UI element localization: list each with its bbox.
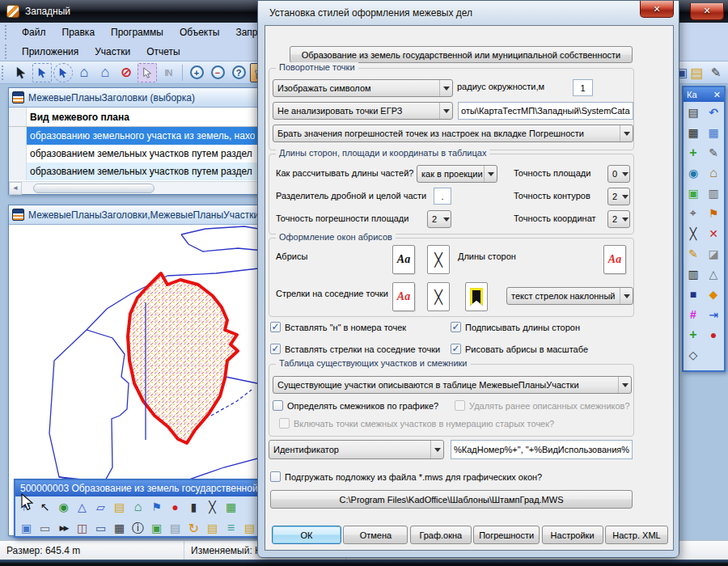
picture-icon[interactable]: ▣ bbox=[147, 519, 166, 537]
folder-copy-icon[interactable]: ▤ bbox=[203, 519, 222, 537]
settings-button[interactable]: Настройки bbox=[542, 526, 603, 544]
pen-icon[interactable]: ✎ bbox=[704, 142, 723, 163]
copy-icon[interactable]: ▤ bbox=[166, 519, 184, 537]
arrow-text-combo[interactable]: текст стрелок наклонный bbox=[506, 287, 633, 305]
undo-icon[interactable]: ↶ bbox=[704, 102, 723, 122]
house-icon[interactable]: ⌂ bbox=[95, 63, 115, 82]
arrows-font-button[interactable]: Aa bbox=[392, 282, 415, 311]
radius-input[interactable] bbox=[573, 79, 593, 96]
railway-cross-icon[interactable]: ╳ bbox=[684, 223, 703, 243]
region-red-icon[interactable]: ● bbox=[704, 324, 723, 344]
shield-icon[interactable]: ◆ bbox=[704, 284, 723, 304]
area-error-combo[interactable]: 2 bbox=[427, 210, 451, 228]
scrollbar-thumb[interactable] bbox=[33, 184, 154, 193]
main-close-button[interactable]: ✕ bbox=[690, 3, 724, 20]
table-dark-icon[interactable]: ▦ bbox=[684, 122, 703, 142]
flag-icon[interactable]: ⚑ bbox=[704, 203, 723, 223]
select-green-icon[interactable]: ▣ bbox=[684, 183, 703, 203]
insert-arrows-checkbox[interactable]: ✓ Вставлять стрелки на соседние точки bbox=[270, 344, 440, 354]
errors-button[interactable]: Погрешности bbox=[473, 526, 540, 544]
horizontal-scrollbar[interactable]: ◄ ► bbox=[9, 181, 273, 194]
delete-red-icon[interactable]: ✕ bbox=[704, 223, 723, 243]
area-precision-combo[interactable]: 0 bbox=[607, 165, 630, 183]
lengths-font-button[interactable]: Aa bbox=[603, 245, 626, 274]
table-row[interactable]: образованием земельных участков путем ра… bbox=[9, 163, 273, 180]
map-panel-titlebar[interactable]: МежевыеПланыЗаголовки,МежевыеПланыУчастк… bbox=[9, 205, 273, 225]
catalog-input[interactable] bbox=[458, 102, 633, 120]
menu-file[interactable]: Файл bbox=[14, 24, 54, 40]
menu-objects[interactable]: Объекты bbox=[171, 24, 228, 40]
menu-reports[interactable]: Отчеты bbox=[138, 44, 188, 60]
existing-table-combo[interactable]: Существующие участки описываются в табли… bbox=[273, 376, 632, 394]
identifier-combo[interactable]: Идентификатор bbox=[269, 440, 444, 459]
sign-lengths-checkbox[interactable]: ✓ Подписывать длины сторон bbox=[451, 322, 580, 332]
abris-line-button[interactable]: ╳ bbox=[427, 245, 450, 274]
pushpin2-icon[interactable]: ⚑ bbox=[147, 498, 166, 516]
mouse-icon[interactable]: ⌖ bbox=[684, 203, 703, 223]
scroll-left-icon[interactable]: ◄ bbox=[9, 182, 22, 195]
polygon-outline-icon[interactable]: △ bbox=[704, 264, 723, 284]
track-icon[interactable]: ▦ bbox=[110, 519, 129, 537]
select-cursor-icon[interactable]: ↖ bbox=[36, 498, 54, 516]
symbol-combo[interactable]: Изображать символом bbox=[273, 79, 453, 97]
globe-icon[interactable]: ◉ bbox=[684, 163, 703, 183]
pen-icon[interactable]: ✎ bbox=[706, 63, 726, 82]
trash-icon[interactable]: ▮ bbox=[184, 498, 203, 516]
notebook-icon[interactable]: ▤ bbox=[684, 102, 703, 122]
eu-square-icon[interactable]: ■ bbox=[684, 284, 703, 304]
globe-icon[interactable]: ◉ bbox=[54, 498, 73, 516]
egrz-combo[interactable]: Не анализировать точки ЕГРЗ bbox=[273, 102, 453, 120]
table-header[interactable]: Вид межевого плана bbox=[9, 108, 273, 127]
printer-icon[interactable]: ▭ bbox=[36, 519, 54, 537]
circle-select-icon[interactable] bbox=[53, 63, 73, 82]
card-icon[interactable]: ▭ bbox=[91, 519, 110, 537]
arrows-marker-button[interactable] bbox=[465, 282, 488, 311]
underlay-checkbox[interactable]: Подгружать подложку из файла *.mws для г… bbox=[270, 471, 542, 482]
info-icon[interactable]: ⓘ bbox=[129, 519, 147, 537]
menu-programs[interactable]: Программы bbox=[103, 24, 171, 40]
refresh-icon[interactable]: ↻ bbox=[184, 519, 203, 537]
book-icon[interactable]: ▥ bbox=[684, 264, 703, 284]
select-area-icon[interactable] bbox=[138, 63, 157, 82]
layers-icon[interactable]: ≡ bbox=[222, 519, 240, 537]
menu-edit[interactable]: Правка bbox=[54, 24, 104, 40]
point-icon[interactable]: ● bbox=[166, 498, 184, 516]
open-folder-icon[interactable]: ▤ bbox=[687, 63, 706, 82]
select-cursor-icon[interactable] bbox=[11, 63, 31, 82]
cancel-button[interactable]: Отмена bbox=[343, 526, 408, 544]
fast-forward-icon[interactable]: ▶▶ bbox=[54, 519, 73, 537]
menu-parcels[interactable]: Участки bbox=[87, 44, 138, 60]
separator-input[interactable] bbox=[434, 188, 451, 205]
table-blue-icon[interactable]: ▦ bbox=[704, 122, 723, 142]
export-icon[interactable]: ⇥ bbox=[704, 304, 723, 324]
insert-n-checkbox[interactable]: ✓ Вставлять "н" в номера точек bbox=[270, 322, 406, 332]
detect-neighbors-checkbox[interactable]: Определять смежников по графике? bbox=[273, 400, 438, 411]
menu-applications[interactable]: Приложения bbox=[14, 44, 87, 60]
zoom-out-icon[interactable]: − bbox=[208, 63, 227, 82]
table-row[interactable]: образованием земельных участков путем ра… bbox=[9, 145, 273, 163]
selection-panel-titlebar[interactable]: МежевыеПланыЗаголовки (выборка) bbox=[9, 88, 273, 108]
identifier-input[interactable] bbox=[451, 440, 633, 459]
graph-windows-button[interactable]: Граф.окна bbox=[410, 526, 472, 544]
xml-settings-button[interactable]: Настр. XML bbox=[605, 526, 668, 544]
polygon-icon[interactable]: ▱ bbox=[91, 498, 110, 516]
house-icon[interactable]: ⌂ bbox=[704, 163, 723, 183]
diamond-icon[interactable]: ◇ bbox=[684, 344, 703, 365]
polygon-add-icon[interactable]: + bbox=[684, 142, 703, 163]
area-cut-icon[interactable]: ◪ bbox=[704, 243, 723, 264]
railway-icon[interactable]: ╳ bbox=[203, 498, 222, 516]
parts-combo[interactable]: как в проекции bbox=[417, 165, 497, 183]
folder-icon[interactable]: ▤ bbox=[110, 498, 129, 516]
polyline-icon[interactable]: △ bbox=[73, 498, 91, 516]
arrows-line-button[interactable]: ╳ bbox=[427, 282, 450, 311]
dialog-title[interactable]: Установка стилей оформления межевых дел bbox=[269, 7, 472, 19]
database-icon[interactable]: ◫ bbox=[73, 519, 91, 537]
house-select-icon[interactable]: ⌂ bbox=[74, 63, 94, 82]
zoom-in-icon[interactable]: + bbox=[187, 63, 206, 82]
contours-precision-combo[interactable]: 2 bbox=[607, 188, 630, 205]
topology-icon[interactable]: # bbox=[684, 304, 703, 324]
building-icon[interactable]: ▥ bbox=[704, 183, 723, 203]
palette-close-icon[interactable]: ✕ bbox=[713, 90, 721, 100]
ok-button[interactable]: ОК bbox=[272, 526, 341, 544]
abris-font-button[interactable]: Aa bbox=[392, 245, 415, 274]
